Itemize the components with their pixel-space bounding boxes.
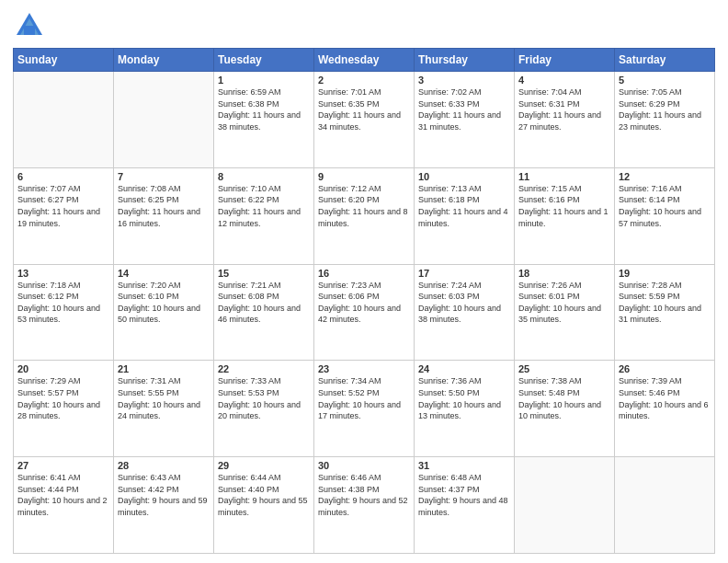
day-number: 11 xyxy=(518,171,610,182)
day-info: Sunrise: 7:34 AM Sunset: 5:52 PM Dayligh… xyxy=(318,375,410,421)
day-info: Sunrise: 7:39 AM Sunset: 5:46 PM Dayligh… xyxy=(619,375,711,421)
calendar-cell: 29Sunrise: 6:44 AM Sunset: 4:40 PM Dayli… xyxy=(214,457,314,554)
calendar-cell: 21Sunrise: 7:31 AM Sunset: 5:55 PM Dayli… xyxy=(114,361,214,457)
day-number: 1 xyxy=(218,75,310,86)
col-tuesday: Tuesday xyxy=(214,49,314,72)
day-info: Sunrise: 7:24 AM Sunset: 6:03 PM Dayligh… xyxy=(418,280,510,326)
day-info: Sunrise: 7:05 AM Sunset: 6:29 PM Dayligh… xyxy=(619,86,711,132)
day-info: Sunrise: 7:12 AM Sunset: 6:20 PM Dayligh… xyxy=(318,183,410,229)
svg-rect-2 xyxy=(24,26,35,35)
calendar-cell: 25Sunrise: 7:38 AM Sunset: 5:48 PM Dayli… xyxy=(515,361,615,457)
day-number: 24 xyxy=(418,363,510,374)
day-info: Sunrise: 7:18 AM Sunset: 6:12 PM Dayligh… xyxy=(17,280,109,326)
calendar-cell: 7Sunrise: 7:08 AM Sunset: 6:25 PM Daylig… xyxy=(114,167,214,264)
week-row-4: 27Sunrise: 6:41 AM Sunset: 4:44 PM Dayli… xyxy=(14,457,715,554)
day-number: 26 xyxy=(619,363,711,374)
logo-icon xyxy=(13,9,46,42)
day-info: Sunrise: 7:38 AM Sunset: 5:48 PM Dayligh… xyxy=(518,375,610,421)
header-row: Sunday Monday Tuesday Wednesday Thursday… xyxy=(14,49,715,72)
calendar-cell: 16Sunrise: 7:23 AM Sunset: 6:06 PM Dayli… xyxy=(314,264,415,361)
calendar-cell: 23Sunrise: 7:34 AM Sunset: 5:52 PM Dayli… xyxy=(314,361,415,457)
calendar-cell: 9Sunrise: 7:12 AM Sunset: 6:20 PM Daylig… xyxy=(314,167,415,264)
page: Sunday Monday Tuesday Wednesday Thursday… xyxy=(0,0,728,563)
day-info: Sunrise: 6:48 AM Sunset: 4:37 PM Dayligh… xyxy=(418,472,510,518)
day-number: 15 xyxy=(218,268,310,279)
week-row-0: 1Sunrise: 6:59 AM Sunset: 6:38 PM Daylig… xyxy=(14,72,715,168)
day-info: Sunrise: 7:29 AM Sunset: 5:57 PM Dayligh… xyxy=(17,375,109,421)
week-row-2: 13Sunrise: 7:18 AM Sunset: 6:12 PM Dayli… xyxy=(14,264,715,361)
col-monday: Monday xyxy=(114,49,214,72)
week-row-1: 6Sunrise: 7:07 AM Sunset: 6:27 PM Daylig… xyxy=(14,167,715,264)
day-info: Sunrise: 7:21 AM Sunset: 6:08 PM Dayligh… xyxy=(218,280,310,326)
day-number: 10 xyxy=(418,171,510,182)
day-number: 6 xyxy=(17,171,109,182)
day-number: 20 xyxy=(17,363,109,374)
day-number: 27 xyxy=(17,460,109,471)
day-info: Sunrise: 7:23 AM Sunset: 6:06 PM Dayligh… xyxy=(318,280,410,326)
day-number: 28 xyxy=(118,460,210,471)
day-number: 2 xyxy=(318,75,410,86)
day-info: Sunrise: 7:33 AM Sunset: 5:53 PM Dayligh… xyxy=(218,375,310,421)
calendar-table: Sunday Monday Tuesday Wednesday Thursday… xyxy=(13,48,715,554)
calendar-cell: 3Sunrise: 7:02 AM Sunset: 6:33 PM Daylig… xyxy=(415,72,515,168)
calendar-cell: 11Sunrise: 7:15 AM Sunset: 6:16 PM Dayli… xyxy=(515,167,615,264)
calendar-cell xyxy=(515,457,615,554)
calendar-cell: 8Sunrise: 7:10 AM Sunset: 6:22 PM Daylig… xyxy=(214,167,314,264)
day-number: 13 xyxy=(17,268,109,279)
calendar-cell: 26Sunrise: 7:39 AM Sunset: 5:46 PM Dayli… xyxy=(615,361,715,457)
day-number: 12 xyxy=(619,171,711,182)
calendar-cell: 31Sunrise: 6:48 AM Sunset: 4:37 PM Dayli… xyxy=(415,457,515,554)
day-number: 18 xyxy=(518,268,610,279)
day-info: Sunrise: 7:20 AM Sunset: 6:10 PM Dayligh… xyxy=(118,280,210,326)
day-info: Sunrise: 7:04 AM Sunset: 6:31 PM Dayligh… xyxy=(518,86,610,132)
calendar-cell: 30Sunrise: 6:46 AM Sunset: 4:38 PM Dayli… xyxy=(314,457,415,554)
day-info: Sunrise: 7:08 AM Sunset: 6:25 PM Dayligh… xyxy=(118,183,210,229)
calendar-cell xyxy=(615,457,715,554)
calendar-cell: 10Sunrise: 7:13 AM Sunset: 6:18 PM Dayli… xyxy=(415,167,515,264)
day-number: 21 xyxy=(118,363,210,374)
calendar-cell: 13Sunrise: 7:18 AM Sunset: 6:12 PM Dayli… xyxy=(14,264,114,361)
calendar-cell: 28Sunrise: 6:43 AM Sunset: 4:42 PM Dayli… xyxy=(114,457,214,554)
calendar-cell: 4Sunrise: 7:04 AM Sunset: 6:31 PM Daylig… xyxy=(515,72,615,168)
header xyxy=(13,9,715,42)
day-info: Sunrise: 6:41 AM Sunset: 4:44 PM Dayligh… xyxy=(17,472,109,518)
day-info: Sunrise: 6:46 AM Sunset: 4:38 PM Dayligh… xyxy=(318,472,410,518)
week-row-3: 20Sunrise: 7:29 AM Sunset: 5:57 PM Dayli… xyxy=(14,361,715,457)
day-info: Sunrise: 6:44 AM Sunset: 4:40 PM Dayligh… xyxy=(218,472,310,518)
day-number: 19 xyxy=(619,268,711,279)
col-saturday: Saturday xyxy=(615,49,715,72)
day-number: 3 xyxy=(418,75,510,86)
col-wednesday: Wednesday xyxy=(314,49,415,72)
day-number: 7 xyxy=(118,171,210,182)
col-sunday: Sunday xyxy=(14,49,114,72)
day-info: Sunrise: 6:59 AM Sunset: 6:38 PM Dayligh… xyxy=(218,86,310,132)
day-number: 29 xyxy=(218,460,310,471)
calendar-cell xyxy=(14,72,114,168)
day-info: Sunrise: 7:36 AM Sunset: 5:50 PM Dayligh… xyxy=(418,375,510,421)
calendar-cell: 27Sunrise: 6:41 AM Sunset: 4:44 PM Dayli… xyxy=(14,457,114,554)
calendar-cell: 5Sunrise: 7:05 AM Sunset: 6:29 PM Daylig… xyxy=(615,72,715,168)
calendar-cell: 19Sunrise: 7:28 AM Sunset: 5:59 PM Dayli… xyxy=(615,264,715,361)
day-info: Sunrise: 7:28 AM Sunset: 5:59 PM Dayligh… xyxy=(619,280,711,326)
day-number: 22 xyxy=(218,363,310,374)
col-friday: Friday xyxy=(515,49,615,72)
calendar-cell: 6Sunrise: 7:07 AM Sunset: 6:27 PM Daylig… xyxy=(14,167,114,264)
day-number: 14 xyxy=(118,268,210,279)
calendar-cell: 1Sunrise: 6:59 AM Sunset: 6:38 PM Daylig… xyxy=(214,72,314,168)
day-info: Sunrise: 7:01 AM Sunset: 6:35 PM Dayligh… xyxy=(318,86,410,132)
day-info: Sunrise: 7:10 AM Sunset: 6:22 PM Dayligh… xyxy=(218,183,310,229)
day-info: Sunrise: 7:16 AM Sunset: 6:14 PM Dayligh… xyxy=(619,183,711,229)
calendar-cell: 14Sunrise: 7:20 AM Sunset: 6:10 PM Dayli… xyxy=(114,264,214,361)
day-number: 31 xyxy=(418,460,510,471)
day-info: Sunrise: 7:15 AM Sunset: 6:16 PM Dayligh… xyxy=(518,183,610,229)
day-number: 30 xyxy=(318,460,410,471)
day-number: 17 xyxy=(418,268,510,279)
day-info: Sunrise: 7:13 AM Sunset: 6:18 PM Dayligh… xyxy=(418,183,510,229)
day-number: 8 xyxy=(218,171,310,182)
calendar-cell: 22Sunrise: 7:33 AM Sunset: 5:53 PM Dayli… xyxy=(214,361,314,457)
day-info: Sunrise: 7:31 AM Sunset: 5:55 PM Dayligh… xyxy=(118,375,210,421)
calendar-cell: 18Sunrise: 7:26 AM Sunset: 6:01 PM Dayli… xyxy=(515,264,615,361)
calendar-cell: 24Sunrise: 7:36 AM Sunset: 5:50 PM Dayli… xyxy=(415,361,515,457)
day-info: Sunrise: 7:07 AM Sunset: 6:27 PM Dayligh… xyxy=(17,183,109,229)
logo xyxy=(13,9,48,42)
